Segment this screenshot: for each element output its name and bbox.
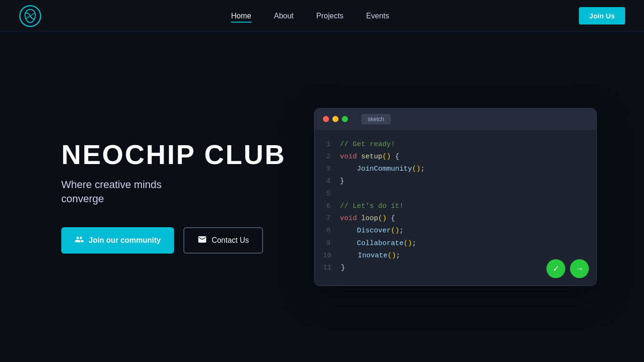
join-community-button[interactable]: Join our community: [61, 227, 174, 254]
code-line-7: 7 void loop() {: [323, 213, 585, 225]
code-line-8: 8 Discover();: [323, 225, 585, 237]
code-editor: sketch 1 // Get ready! 2 void setup() { …: [314, 108, 597, 287]
tl-green: [342, 116, 348, 122]
code-line-10: 10 Inovate();: [323, 250, 585, 262]
logo-area: [19, 5, 41, 27]
code-line-5: 5: [323, 188, 585, 200]
arrow-button[interactable]: →: [570, 259, 589, 278]
code-line-1: 1 // Get ready!: [323, 139, 585, 151]
code-line-9: 9 Collaborate();: [323, 238, 585, 250]
traffic-lights: [323, 116, 348, 122]
contact-us-button[interactable]: Contact Us: [183, 227, 263, 254]
hero-section: NEOCHIP CLUB Where creative minds conver…: [0, 32, 644, 362]
code-line-3: 3 JoinCommunity();: [323, 163, 585, 175]
people-icon: [74, 235, 84, 246]
nav-item-home[interactable]: Home: [231, 12, 251, 20]
nav-item-about[interactable]: About: [274, 12, 294, 20]
tl-red: [323, 116, 329, 122]
editor-titlebar: sketch: [314, 108, 596, 130]
nav-links: Home About Projects Events: [231, 12, 389, 20]
editor-tab: sketch: [361, 114, 391, 124]
mail-icon: [198, 235, 207, 246]
nav-item-events[interactable]: Events: [366, 12, 389, 20]
code-line-2: 2 void setup() {: [323, 151, 585, 163]
check-button[interactable]: ✓: [546, 259, 565, 278]
hero-text: NEOCHIP CLUB Where creative minds conver…: [61, 140, 286, 254]
hero-subtitle: Where creative minds converge: [61, 178, 286, 207]
code-line-6: 6 // Let's do it!: [323, 200, 585, 213]
editor-actions: ✓ →: [546, 259, 589, 278]
nav-join-button[interactable]: Join Us: [579, 7, 625, 25]
navbar: Home About Projects Events Join Us: [0, 0, 644, 32]
hero-buttons: Join our community Contact Us: [61, 227, 286, 254]
nav-item-projects[interactable]: Projects: [316, 12, 344, 20]
tl-yellow: [332, 116, 339, 122]
logo-icon: [19, 5, 41, 27]
hero-title: NEOCHIP CLUB: [61, 140, 286, 169]
code-line-4: 4 }: [323, 175, 585, 188]
code-line-11: 11 }: [323, 262, 585, 274]
